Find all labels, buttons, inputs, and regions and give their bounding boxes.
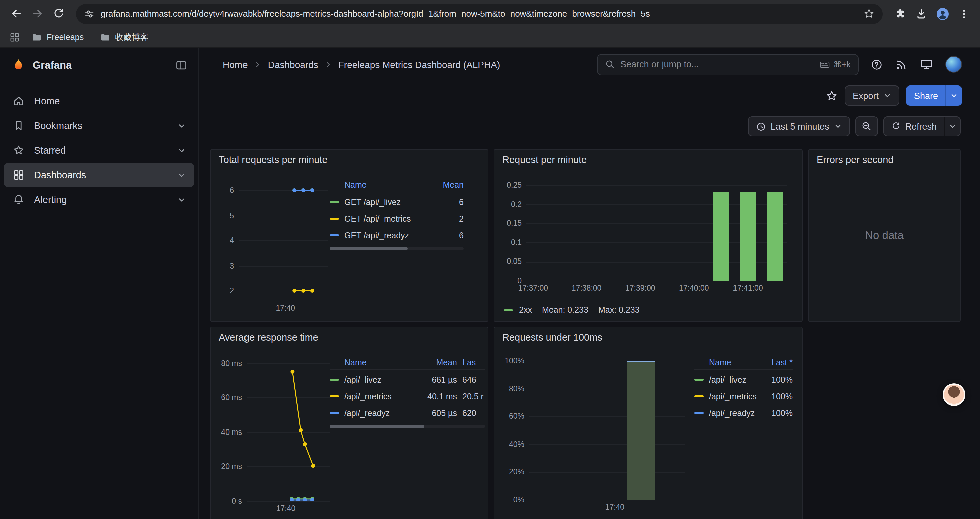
plot-area[interactable]	[529, 355, 685, 500]
legend-col-last[interactable]: Las	[462, 358, 485, 367]
series-name[interactable]: /api/_livez	[344, 375, 414, 385]
legend-col-mean[interactable]: Mean	[437, 180, 464, 189]
refresh-interval-caret[interactable]	[944, 116, 961, 136]
chevron-down-icon[interactable]	[177, 171, 186, 179]
series-name[interactable]: /api/_metrics	[709, 392, 757, 401]
forward-icon[interactable]	[28, 4, 47, 23]
sidebar-item-bookmarks[interactable]: Bookmarks	[4, 113, 194, 137]
series-name[interactable]: GET /api/_livez	[344, 197, 432, 207]
gridline	[247, 501, 329, 501]
legend-scrollbar[interactable]	[329, 425, 485, 428]
series-name[interactable]: /api/_readyz	[709, 409, 757, 418]
panel-errors-per-second: Errors per second No data	[808, 149, 961, 322]
downloads-icon[interactable]	[912, 4, 931, 23]
url-bar[interactable]	[76, 4, 883, 24]
panel-title[interactable]: Requests under 100ms	[502, 332, 602, 343]
legend-row: /api/_livez 661 µs 646	[329, 371, 485, 388]
y-tick-label: 0 s	[215, 497, 242, 505]
url-input[interactable]	[101, 9, 857, 19]
legend-row: /api/_metrics 40.1 ms 20.5 r	[329, 388, 485, 405]
gridline	[529, 444, 685, 445]
series-name[interactable]: /api/_readyz	[344, 409, 414, 418]
user-avatar[interactable]	[945, 56, 962, 73]
sidebar-item-dashboards[interactable]: Dashboards	[4, 163, 194, 187]
gridline	[529, 389, 685, 390]
extensions-icon[interactable]	[891, 4, 909, 23]
zoom-out-icon[interactable]	[855, 116, 878, 136]
search-box[interactable]: ⌘+k	[597, 54, 859, 75]
sidebar-item-label: Dashboards	[34, 170, 86, 180]
y-tick-label: 0%	[498, 496, 524, 504]
chevron-down-icon[interactable]	[177, 121, 186, 130]
site-settings-icon[interactable]	[84, 8, 95, 19]
no-data-message: No data	[808, 150, 960, 321]
refresh-button[interactable]: Refresh	[883, 116, 944, 136]
search-input[interactable]	[620, 59, 814, 69]
panel-title[interactable]: Total requests per minute	[219, 154, 328, 165]
legend-col-name[interactable]: Name	[329, 180, 432, 189]
floating-assistant-avatar[interactable]	[943, 383, 965, 406]
panel-title[interactable]: Average response time	[219, 332, 318, 343]
sidebar-item-home[interactable]: Home	[4, 89, 194, 113]
reload-icon[interactable]	[49, 4, 68, 23]
sidebar-item-alerting[interactable]: Alerting	[4, 188, 194, 212]
bookmark-star-icon[interactable]	[863, 8, 875, 19]
browser-menu-icon[interactable]	[955, 4, 973, 23]
bookmark-folder-blogs[interactable]: 收藏博客	[95, 30, 153, 45]
chevron-down-icon[interactable]	[177, 195, 186, 204]
panel-requests-under-100ms: Requests under 100ms 100%80%60%40%20%0%1…	[494, 327, 803, 519]
export-button[interactable]: Export	[845, 86, 899, 105]
legend-col-name[interactable]: Name	[694, 358, 757, 367]
series-mean: 2	[437, 214, 464, 224]
series-mean: Mean: 0.233	[542, 305, 589, 315]
legend-row: /api/_livez 100%	[694, 371, 792, 388]
scrollbar-thumb[interactable]	[329, 247, 407, 251]
plot-area[interactable]	[527, 178, 787, 281]
favorite-star-icon[interactable]	[825, 89, 838, 102]
series-max: Max: 0.233	[598, 305, 640, 315]
breadcrumb-dashboards[interactable]: Dashboards	[268, 59, 318, 70]
grafana-logo-icon[interactable]	[11, 58, 26, 73]
search-shortcut: ⌘+k	[819, 59, 851, 70]
sidebar: Grafana Home Bookmarks	[0, 48, 199, 519]
profile-icon[interactable]	[933, 4, 952, 23]
plot-area[interactable]	[239, 180, 328, 300]
legend-col-last[interactable]: Last *	[762, 358, 792, 367]
plot-area[interactable]	[247, 358, 329, 501]
breadcrumb-home[interactable]: Home	[223, 59, 248, 70]
rss-icon[interactable]	[895, 58, 907, 70]
bar	[767, 192, 783, 281]
series-mean: 6	[437, 197, 464, 207]
panel-title[interactable]: Request per minute	[502, 154, 587, 165]
legend-scrollbar[interactable]	[329, 247, 464, 251]
legend-col-name[interactable]: Name	[329, 358, 414, 367]
series-name[interactable]: 2xx	[519, 305, 532, 315]
share-button[interactable]: Share	[906, 86, 945, 105]
series-name[interactable]: /api/_livez	[709, 375, 757, 385]
dock-sidebar-icon[interactable]	[175, 59, 188, 72]
sidebar-item-starred[interactable]: Starred	[4, 138, 194, 162]
time-range-picker[interactable]: Last 5 minutes	[748, 116, 850, 136]
series-color-swatch	[504, 309, 513, 311]
monitor-icon[interactable]	[920, 58, 932, 71]
clock-icon	[756, 121, 766, 131]
series-name[interactable]: /api/_metrics	[344, 392, 414, 401]
legend-row: /api/_readyz 100%	[694, 405, 792, 422]
share-menu-caret[interactable]	[945, 86, 962, 105]
scrollbar-thumb[interactable]	[329, 425, 424, 428]
y-tick-label: 60%	[498, 412, 524, 420]
series-plot	[239, 180, 328, 300]
header-icons	[870, 56, 962, 73]
back-icon[interactable]	[7, 4, 25, 23]
legend-col-mean[interactable]: Mean	[420, 358, 457, 367]
series-name[interactable]: GET /api/_readyz	[344, 231, 432, 240]
legend-header: Name Mean Las	[329, 355, 485, 370]
bookmark-folder-freeleaps[interactable]: Freeleaps	[27, 30, 88, 45]
help-icon[interactable]	[870, 58, 883, 70]
apps-grid-icon[interactable]	[10, 32, 20, 43]
sidebar-header: Grafana	[0, 48, 198, 83]
series-name[interactable]: GET /api/_metrics	[344, 214, 432, 224]
chevron-down-icon[interactable]	[177, 146, 186, 155]
folder-icon	[31, 32, 42, 43]
panel-total-requests: Total requests per minute 6543217:40 Nam…	[210, 149, 488, 322]
